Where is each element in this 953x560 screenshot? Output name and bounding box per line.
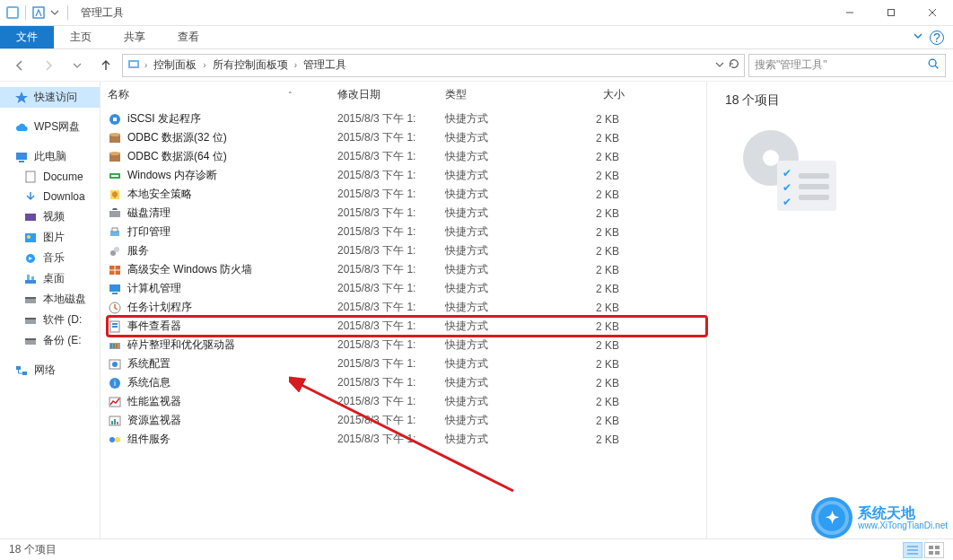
- ribbon-tab-view[interactable]: 查看: [162, 26, 215, 48]
- file-name: 系统信息: [127, 375, 337, 390]
- file-date: 2015/8/3 下午 1:: [337, 337, 445, 353]
- file-row[interactable]: ODBC 数据源(64 位)2015/8/3 下午 1:快捷方式2 KB: [108, 147, 706, 166]
- file-name: iSCSI 发起程序: [127, 111, 337, 127]
- admin-tools-illustration: ✔ ✔ ✔: [743, 130, 842, 220]
- sidebar-pc-child[interactable]: 音乐: [0, 248, 100, 268]
- sidebar-wps[interactable]: WPS网盘: [0, 117, 100, 137]
- file-row[interactable]: 系统配置2015/8/3 下午 1:快捷方式2 KB: [108, 354, 706, 373]
- svg-rect-10: [19, 161, 24, 162]
- file-name: ODBC 数据源(64 位): [127, 149, 337, 164]
- file-size: 2 KB: [553, 358, 625, 371]
- crumb-control-panel[interactable]: 控制面板: [151, 57, 199, 73]
- file-row[interactable]: 任务计划程序2015/8/3 下午 1:快捷方式2 KB: [108, 298, 706, 317]
- nav-up-button[interactable]: [93, 53, 118, 78]
- file-type: 快捷方式: [445, 206, 553, 221]
- file-name: 本地安全策略: [127, 187, 337, 202]
- nav-back-button[interactable]: [7, 53, 32, 78]
- svg-rect-24: [25, 338, 36, 340]
- search-box[interactable]: 搜索"管理工具": [748, 54, 946, 77]
- sidebar-label: WPS网盘: [34, 119, 80, 135]
- file-row[interactable]: iSCSI 发起程序2015/8/3 下午 1:快捷方式2 KB: [108, 109, 706, 128]
- file-size: 2 KB: [553, 245, 625, 258]
- search-icon[interactable]: [927, 57, 940, 73]
- file-row[interactable]: 碎片整理和优化驱动器2015/8/3 下午 1:快捷方式2 KB: [108, 336, 706, 354]
- sidebar-pc-child[interactable]: 软件 (D:: [0, 310, 100, 330]
- address-bar[interactable]: › 控制面板 › 所有控制面板项 › 管理工具: [122, 54, 745, 77]
- sidebar-pc-child[interactable]: Downloa: [0, 187, 100, 206]
- sidebar-pc-child[interactable]: Docume: [0, 167, 100, 187]
- file-date: 2015/8/3 下午 1:: [337, 394, 445, 409]
- svg-rect-1: [8, 8, 17, 17]
- file-name: 事件查看器: [127, 319, 337, 334]
- file-row[interactable]: Windows 内存诊断2015/8/3 下午 1:快捷方式2 KB: [108, 166, 706, 185]
- chevron-right-icon[interactable]: ›: [203, 60, 205, 70]
- svg-rect-44: [109, 284, 120, 292]
- sidebar-quick-access[interactable]: 快速访问: [0, 87, 100, 108]
- crumb-admin-tools[interactable]: 管理工具: [301, 57, 349, 73]
- sidebar-this-pc[interactable]: 此电脑: [0, 146, 100, 167]
- minimize-button[interactable]: [829, 0, 870, 26]
- file-row[interactable]: 本地安全策略2015/8/3 下午 1:快捷方式2 KB: [108, 185, 706, 204]
- file-type: 快捷方式: [445, 300, 553, 315]
- chevron-right-icon[interactable]: ›: [294, 60, 297, 70]
- file-row[interactable]: 磁盘清理2015/8/3 下午 1:快捷方式2 KB: [108, 204, 706, 223]
- ribbon-tab-share[interactable]: 共享: [108, 26, 162, 48]
- nav-recent-dropdown[interactable]: [65, 53, 90, 78]
- file-row[interactable]: 计算机管理2015/8/3 下午 1:快捷方式2 KB: [108, 279, 706, 298]
- sidebar-pc-child[interactable]: 本地磁盘: [0, 289, 100, 310]
- file-row[interactable]: 打印管理2015/8/3 下午 1:快捷方式2 KB: [108, 223, 706, 241]
- file-icon: [108, 131, 122, 145]
- nav-row: › 控制面板 › 所有控制面板项 › 管理工具 搜索"管理工具": [0, 49, 953, 82]
- maximize-button[interactable]: [870, 0, 912, 26]
- file-row[interactable]: 性能监视器2015/8/3 下午 1:快捷方式2 KB: [108, 392, 706, 411]
- file-size: 2 KB: [553, 207, 625, 220]
- column-name[interactable]: 名称˄: [108, 87, 337, 102]
- column-type[interactable]: 类型: [445, 87, 553, 102]
- sidebar-pc-child[interactable]: 备份 (E:: [0, 330, 100, 351]
- chevron-right-icon[interactable]: ›: [144, 60, 147, 70]
- address-refresh-icon[interactable]: [728, 57, 740, 73]
- file-icon: [108, 301, 122, 315]
- ribbon-help-icon[interactable]: ?: [930, 31, 944, 45]
- svg-rect-9: [16, 153, 27, 160]
- close-button[interactable]: [912, 0, 953, 26]
- file-icon: [108, 225, 122, 240]
- svg-text:i: i: [114, 379, 116, 388]
- ribbon-file-tab[interactable]: 文件: [0, 26, 54, 48]
- watermark-en: www.XiTongTianDi.net: [858, 521, 948, 530]
- view-large-button[interactable]: [924, 542, 944, 558]
- sidebar-pc-child[interactable]: 图片: [0, 227, 100, 248]
- nav-forward-button[interactable]: [36, 53, 61, 78]
- ribbon-expand-icon[interactable]: [912, 30, 924, 45]
- file-row[interactable]: 高级安全 Windows 防火墙2015/8/3 下午 1:快捷方式2 KB: [108, 260, 706, 279]
- svg-rect-62: [117, 422, 118, 424]
- file-row[interactable]: 服务2015/8/3 下午 1:快捷方式2 KB: [108, 241, 706, 260]
- file-row[interactable]: 组件服务2015/8/3 下午 1:快捷方式2 KB: [108, 430, 706, 449]
- address-dropdown-icon[interactable]: [715, 59, 724, 72]
- network-icon: [14, 363, 29, 378]
- column-size[interactable]: 大小: [553, 87, 625, 102]
- qat-dropdown-icon[interactable]: [48, 5, 62, 20]
- file-row[interactable]: 事件查看器2015/8/3 下午 1:快捷方式2 KB: [108, 317, 706, 336]
- ribbon-tab-home[interactable]: 主页: [54, 26, 108, 48]
- file-size: 2 KB: [553, 320, 625, 333]
- crumb-all-items[interactable]: 所有控制面板项: [210, 57, 291, 73]
- sidebar-pc-child[interactable]: 桌面: [0, 268, 100, 289]
- folder-icon: [23, 189, 38, 204]
- file-row[interactable]: i系统信息2015/8/3 下午 1:快捷方式2 KB: [108, 373, 706, 392]
- file-type: 快捷方式: [445, 356, 553, 372]
- svg-rect-52: [113, 344, 115, 348]
- file-size: 2 KB: [553, 396, 625, 408]
- file-type: 快捷方式: [445, 224, 553, 240]
- sidebar-label: 快速访问: [34, 90, 77, 105]
- view-details-button[interactable]: [903, 542, 922, 558]
- qat-properties-icon[interactable]: [31, 5, 46, 20]
- svg-rect-45: [112, 293, 118, 294]
- column-headers: 名称˄ 修改日期 类型 大小: [101, 83, 706, 109]
- sidebar-pc-child[interactable]: 视频: [0, 206, 100, 227]
- file-row[interactable]: 资源监视器2015/8/3 下午 1:快捷方式2 KB: [108, 411, 706, 430]
- file-row[interactable]: ODBC 数据源(32 位)2015/8/3 下午 1:快捷方式2 KB: [108, 128, 706, 147]
- svg-rect-61: [114, 419, 116, 424]
- sidebar-network[interactable]: 网络: [0, 360, 100, 381]
- column-date[interactable]: 修改日期: [337, 87, 445, 102]
